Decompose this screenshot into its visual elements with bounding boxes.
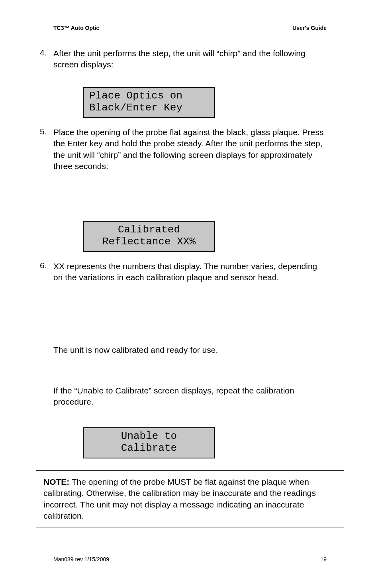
lcd-unable: Unable to Calibrate: [83, 427, 215, 458]
page-number: 19: [320, 556, 327, 562]
header-line: TC3™ Auto Optic User's Guide: [53, 22, 327, 32]
header-title-right: User's Guide: [292, 25, 327, 31]
lcd-row: Black/Enter Key: [89, 102, 209, 114]
page-header: TC3™ Auto Optic User's Guide: [53, 22, 327, 33]
step-number-6: 6.: [40, 261, 47, 270]
note-box: NOTE: The opening of the probe MUST be f…: [36, 470, 344, 527]
lcd-row: Reflectance XX%: [89, 236, 209, 248]
page-footer: Man039 rev 1/15/2009 19: [53, 552, 327, 562]
step-4-text: After the unit performs the step, the un…: [53, 48, 327, 71]
header-title-left: TC3™ Auto Optic: [53, 25, 99, 31]
lcd-row: Calibrate: [89, 442, 209, 454]
footer-revision: Man039 rev 1/15/2009: [53, 556, 109, 562]
page: TC3™ Auto Optic User's Guide 4. After th…: [0, 0, 380, 588]
ready-text: The unit is now calibrated and ready for…: [53, 344, 327, 356]
lcd-place-optics: Place Optics on Black/Enter Key: [83, 87, 215, 118]
lcd-row: Unable to: [89, 431, 209, 442]
lcd-row: Place Optics on: [89, 90, 209, 102]
step-5-text: Place the opening of the probe flat agai…: [53, 127, 327, 172]
step-number-5: 5.: [40, 127, 47, 136]
step-6-text: XX represents the numbers that display. …: [53, 261, 327, 283]
step-number-4: 4.: [40, 48, 47, 57]
lcd-row: Calibrated: [89, 224, 209, 236]
note-label: NOTE:: [43, 477, 69, 486]
unable-text: If the “Unable to Calibrate” screen disp…: [53, 385, 327, 408]
lcd-calibrated: Calibrated Reflectance XX%: [83, 221, 215, 252]
note-text: The opening of the probe MUST be flat ag…: [43, 477, 316, 520]
